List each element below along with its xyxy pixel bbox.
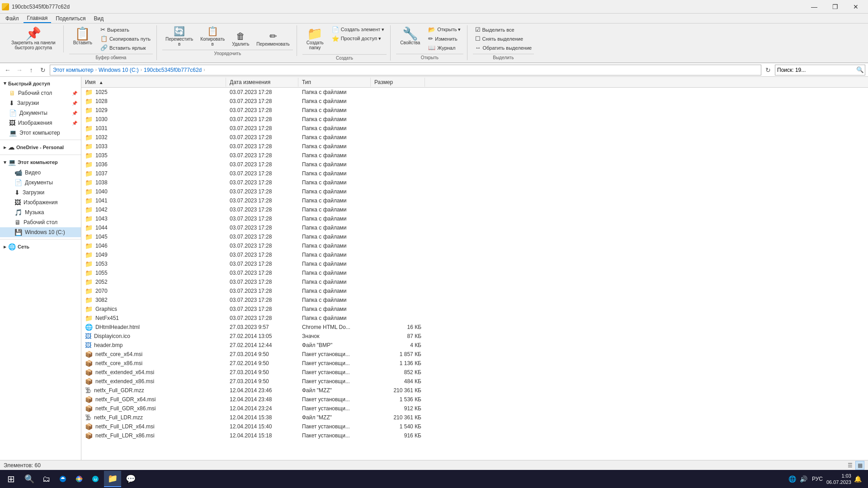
file-row[interactable]: 📁 1042 03.07.2023 17:28 Папка с файлами [81, 205, 868, 214]
system-clock[interactable]: 1:03 06.07.2023 [826, 473, 851, 486]
file-row[interactable]: 📁 1033 03.07.2023 17:28 Папка с файлами [81, 142, 868, 151]
sidebar-item-windows-drive[interactable]: 💾 Windows 10 (C:) [0, 227, 81, 237]
menu-view[interactable]: Вид [90, 14, 107, 23]
file-row[interactable]: 📦 netfx_core_x86.msi 27.02.2014 9:50 Пак… [81, 359, 868, 368]
file-row[interactable]: 📁 1038 03.07.2023 17:28 Папка с файлами [81, 178, 868, 187]
invert-selection-button[interactable]: ↔ Обратить выделение [473, 43, 534, 52]
paste-shortcut-button[interactable]: 🔗 Вставить ярлык [98, 43, 153, 52]
network-header[interactable]: ▸ 🌐 Сеть [0, 241, 81, 252]
file-row[interactable]: 📁 1035 03.07.2023 17:28 Папка с файлами [81, 151, 868, 160]
easy-access-button[interactable]: ⭐ Простой доступ ▾ [330, 34, 387, 43]
maximize-button[interactable]: ❐ [825, 0, 845, 14]
notification-icon[interactable]: 🔔 [853, 474, 863, 483]
onedrive-header[interactable]: ▸ ☁ OneDrive - Personal [0, 142, 81, 153]
file-row[interactable]: 📁 1046 03.07.2023 17:28 Папка с файлами [81, 241, 868, 250]
edit-button[interactable]: ✏ Изменить [426, 34, 463, 43]
sidebar-item-video[interactable]: 📹 Видео [0, 168, 81, 178]
file-row[interactable]: 📦 netfx_Full_LDR_x64.msi 12.04.2014 15:4… [81, 422, 868, 431]
file-row[interactable]: 📁 Graphics 03.07.2023 17:28 Папка с файл… [81, 305, 868, 314]
col-header-name[interactable]: Имя ▲ [81, 78, 226, 87]
minimize-button[interactable]: — [804, 0, 825, 14]
sidebar-item-desktop[interactable]: 🖥 Рабочий стол 📌 [0, 88, 81, 98]
file-row[interactable]: 🖼 Displayicon.ico 27.02.2014 13:05 Значо… [81, 332, 868, 341]
file-row[interactable]: 🗜 netfx_Full_LDR.mzz 12.04.2014 15:38 Фа… [81, 413, 868, 422]
file-row[interactable]: 📁 1044 03.07.2023 17:28 Папка с файлами [81, 223, 868, 232]
new-folder-button[interactable]: 📁 Создатьпапку [302, 25, 328, 52]
sidebar-item-documents[interactable]: 📄 Документы 📌 [0, 108, 81, 118]
sidebar-item-dl[interactable]: ⬇ Загрузки [0, 188, 81, 197]
file-row[interactable]: 📁 1055 03.07.2023 17:28 Папка с файлами [81, 268, 868, 277]
file-row[interactable]: 📁 1036 03.07.2023 17:28 Папка с файлами [81, 160, 868, 169]
up-button[interactable]: ↑ [26, 65, 36, 75]
move-to-button[interactable]: 🔄 Переместитьв [162, 25, 196, 48]
bc-drive[interactable]: Windows 10 (C:) [99, 67, 139, 73]
file-row[interactable]: 📦 netfx_Full_LDR_x86.msi 12.04.2014 15:1… [81, 431, 868, 440]
task-view-button[interactable]: 🗂 [39, 471, 54, 487]
teams-button[interactable]: 💬 [122, 471, 139, 487]
file-row[interactable]: 📦 netfx_extended_x86.msi 27.03.2014 9:50… [81, 377, 868, 386]
pin-quick-access-button[interactable]: 📌 Закрепить на панелибыстрого доступа [7, 25, 60, 52]
file-row[interactable]: 📁 1030 03.07.2023 17:28 Папка с файлами [81, 115, 868, 124]
menu-share[interactable]: Поделиться [52, 14, 89, 23]
col-header-type[interactable]: Тип [298, 78, 371, 87]
search-submit-button[interactable]: 🔍 [855, 65, 865, 75]
language-indicator[interactable]: РУС [810, 475, 825, 483]
file-row[interactable]: 📁 2070 03.07.2023 17:28 Папка с файлами [81, 286, 868, 296]
copy-to-button[interactable]: 📋 Копироватьв [197, 25, 228, 48]
app5-button[interactable]: M [88, 471, 103, 487]
properties-button[interactable]: 🔧 Свойства [396, 25, 424, 52]
file-row[interactable]: 📁 1031 03.07.2023 17:28 Папка с файлами [81, 124, 868, 133]
edge-button[interactable] [55, 471, 71, 487]
file-row[interactable]: 📦 netfx_core_x64.msi 27.03.2014 9:50 Пак… [81, 350, 868, 359]
search-input[interactable] [775, 67, 855, 73]
col-header-size[interactable]: Размер [371, 78, 425, 87]
sidebar-item-downloads[interactable]: ⬇ Загрузки 📌 [0, 98, 81, 108]
file-row[interactable]: 📁 1037 03.07.2023 17:28 Папка с файлами [81, 169, 868, 178]
network-tray-icon[interactable]: 🌐 [788, 474, 797, 483]
file-row[interactable]: 📁 NetFx451 03.07.2023 17:28 Папка с файл… [81, 314, 868, 323]
list-view-button[interactable]: ▦ [855, 461, 864, 470]
explorer-button[interactable]: 📁 [104, 471, 121, 487]
details-view-button[interactable]: ☰ [845, 461, 854, 470]
cut-button[interactable]: ✂ Вырезать [98, 25, 153, 34]
sidebar-item-img[interactable]: 🖼 Изображения [0, 197, 81, 207]
file-row[interactable]: 🗜 netfx_Full_GDR.mzz 12.04.2014 23:46 Фа… [81, 386, 868, 395]
close-button[interactable]: ✕ [845, 0, 866, 14]
file-row[interactable]: 📁 1029 03.07.2023 17:28 Папка с файлами [81, 106, 868, 115]
file-row[interactable]: 📦 netfx_Full_GDR_x64.msi 12.04.2014 23:4… [81, 395, 868, 404]
start-button[interactable]: ⊞ [2, 471, 20, 487]
file-row[interactable]: 🌐 DHtmlHeader.html 27.03.2023 9:57 Chrom… [81, 323, 868, 332]
sidebar-item-desktop2[interactable]: 🖥 Рабочий стол [0, 217, 81, 227]
file-row[interactable]: 📁 1053 03.07.2023 17:28 Папка с файлами [81, 259, 868, 268]
delete-button[interactable]: 🗑 Удалить [229, 30, 252, 48]
bc-computer[interactable]: Этот компьютер [53, 67, 94, 73]
breadcrumb[interactable]: Этот компьютер › Windows 10 (C:) › 190cb… [50, 65, 761, 75]
refresh-address-button[interactable]: ↻ [763, 65, 773, 75]
col-header-date[interactable]: Дата изменения [226, 78, 298, 87]
file-row[interactable]: 📁 1049 03.07.2023 17:28 Папка с файлами [81, 250, 868, 259]
back-button[interactable]: ← [3, 65, 13, 75]
bc-folder[interactable]: 190cbc5345f0b777c62d [144, 67, 202, 73]
menu-home[interactable]: Главная [24, 14, 52, 23]
paste-button[interactable]: 📋 Вставить [69, 25, 96, 52]
file-row[interactable]: 📁 1041 03.07.2023 17:28 Папка с файлами [81, 196, 868, 205]
forward-button[interactable]: → [14, 65, 24, 75]
file-row[interactable]: 📁 2052 03.07.2023 17:28 Папка с файлами [81, 277, 868, 286]
file-row[interactable]: 📁 1028 03.07.2023 17:28 Папка с файлами [81, 97, 868, 106]
menu-file[interactable]: Файл [2, 14, 23, 23]
deselect-button[interactable]: ☐ Снять выделение [473, 34, 534, 43]
refresh-button[interactable]: ↻ [38, 65, 48, 75]
select-all-button[interactable]: ☑ Выделить все [473, 25, 534, 34]
this-pc-header[interactable]: ▾ 💻 Этот компьютер [0, 157, 81, 168]
file-row[interactable]: 📁 1025 03.07.2023 17:28 Папка с файлами [81, 88, 868, 97]
file-row[interactable]: 🖼 header.bmp 27.02.2014 12:44 Файл "BMP"… [81, 341, 868, 350]
sidebar-item-docs[interactable]: 📄 Документы [0, 178, 81, 188]
quick-access-header[interactable]: ▾ Быстрый доступ [0, 79, 81, 88]
search-taskbar-button[interactable]: 🔍 [21, 471, 38, 487]
copy-path-button[interactable]: 📋 Скопировать путь [98, 34, 153, 43]
file-row[interactable]: 📁 1043 03.07.2023 17:28 Папка с файлами [81, 214, 868, 223]
volume-tray-icon[interactable]: 🔊 [799, 474, 808, 483]
file-row[interactable]: 📦 netfx_Full_GDR_x86.msi 12.04.2014 23:2… [81, 404, 868, 413]
file-row[interactable]: 📁 3082 03.07.2023 17:28 Папка с файлами [81, 296, 868, 305]
new-item-button[interactable]: 📄 Создать элемент ▾ [330, 25, 387, 34]
